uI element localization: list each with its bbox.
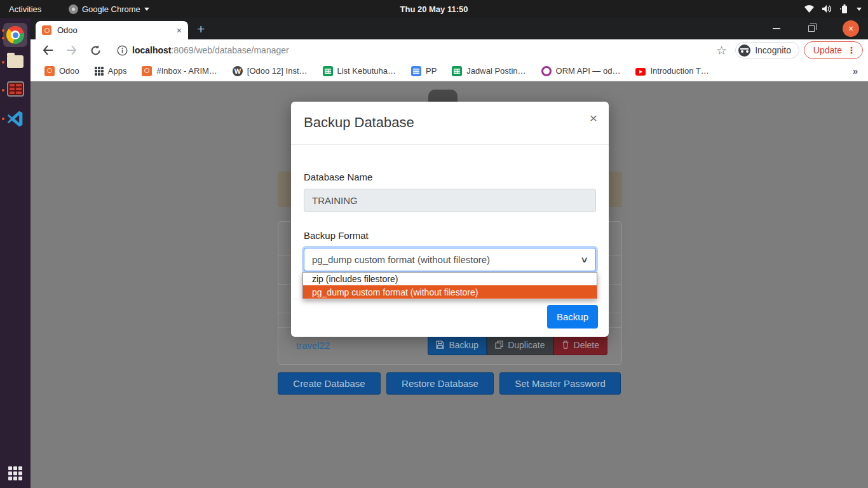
bookmark-pp[interactable]: PP <box>403 66 444 76</box>
youtube-icon <box>635 68 646 76</box>
address-bar[interactable]: localhost:8069/web/database/manager <box>132 39 289 61</box>
trash-icon <box>562 341 569 349</box>
create-database-button[interactable]: Create Database <box>278 372 381 395</box>
bookmarks-bar: Odoo Apps #Inbox - ARIM… W[Odoo 12] Inst… <box>31 61 868 81</box>
bookmarks-overflow-chevron[interactable]: » <box>853 65 868 76</box>
bookmark-odoo12-install[interactable]: W[Odoo 12] Inst… <box>225 66 315 76</box>
restore-button[interactable] <box>808 25 815 32</box>
vscode-icon <box>6 110 24 128</box>
back-button[interactable] <box>42 39 53 61</box>
bookmark-orm-api[interactable]: ORM API — od… <box>534 66 628 76</box>
google-sheets-icon <box>452 66 462 76</box>
set-master-password-button[interactable]: Set Master Password <box>499 372 621 395</box>
database-row-actions: Backup Duplicate Delete <box>428 334 607 355</box>
dock-item-vscode[interactable] <box>0 110 31 128</box>
modal-header: Backup Database × <box>291 102 609 145</box>
row-delete-button[interactable]: Delete <box>553 334 607 355</box>
wifi-icon <box>804 4 815 13</box>
bookmark-list-kebutuhan[interactable]: List Kebutuha… <box>315 66 404 76</box>
purple-ring-icon <box>541 66 552 76</box>
backup-database-modal: Backup Database × Database Name Backup F… <box>291 102 609 337</box>
files-folder-icon <box>7 55 24 68</box>
url-host: localhost <box>132 45 171 55</box>
system-top-bar: Activities Google Chrome Thu 20 May 11:5… <box>0 0 868 18</box>
tab-strip: Odoo × + × <box>31 18 868 39</box>
backup-format-label: Backup Format <box>304 230 369 241</box>
dock-item-files[interactable] <box>0 53 31 68</box>
odoo-icon <box>142 66 152 76</box>
system-tray[interactable] <box>804 0 862 18</box>
google-sheets-icon <box>323 66 333 76</box>
backup-submit-button[interactable]: Backup <box>547 305 598 329</box>
show-applications-button[interactable] <box>0 466 31 480</box>
close-icon: × <box>848 24 853 34</box>
google-docs-icon <box>411 66 421 76</box>
activities-button[interactable]: Activities <box>9 0 41 18</box>
dock-item-chrome[interactable] <box>3 23 27 47</box>
running-dot <box>2 89 4 92</box>
selected-format-value: pg_dump custom format (without filestore… <box>312 254 490 265</box>
odoo-icon <box>44 66 55 76</box>
apps-grid-icon <box>8 466 22 480</box>
bookmark-jadwal-posting[interactable]: Jadwal Postin… <box>444 66 533 76</box>
caret-down-icon <box>857 8 862 11</box>
window-controls: × <box>773 18 859 39</box>
tab-odoo[interactable]: Odoo × <box>36 21 188 39</box>
backup-format-select[interactable]: pg_dump custom format (without filestore… <box>304 248 596 271</box>
backup-format-dropdown: zip (includes filestore) pg_dump custom … <box>302 272 597 299</box>
bookmark-apps[interactable]: Apps <box>87 66 135 76</box>
restore-database-button[interactable]: Restore Database <box>386 372 494 395</box>
modal-close-button[interactable]: × <box>590 111 597 126</box>
new-tab-button[interactable]: + <box>197 23 205 36</box>
database-link-travel22[interactable]: travel22 <box>296 340 330 351</box>
incognito-icon <box>738 44 750 57</box>
app-menu[interactable]: Google Chrome <box>69 0 149 18</box>
bookmark-odoo[interactable]: Odoo <box>37 66 87 76</box>
bookmark-star-icon[interactable]: ☆ <box>716 39 727 61</box>
caret-down-icon <box>144 8 149 11</box>
row-duplicate-button[interactable]: Duplicate <box>487 334 553 355</box>
odoo-favicon <box>42 25 51 35</box>
option-zip[interactable]: zip (includes filestore) <box>303 273 597 285</box>
ubuntu-dock <box>0 18 31 488</box>
page-info-icon[interactable] <box>117 39 128 61</box>
apps-grid-icon <box>95 67 104 76</box>
option-pgdump-highlighted[interactable]: pg_dump custom format (without filestore… <box>303 285 597 299</box>
bookmark-introduction[interactable]: Introduction T… <box>628 66 716 76</box>
volume-icon <box>822 4 832 13</box>
minimize-button[interactable] <box>773 28 780 29</box>
row-backup-button[interactable]: Backup <box>428 334 487 355</box>
running-dot <box>2 29 4 32</box>
database-name-label: Database Name <box>304 172 372 182</box>
database-manager-footer-buttons: Create Database Restore Database Set Mas… <box>278 372 659 395</box>
forward-button[interactable] <box>66 39 78 61</box>
odoo-logo-dimmed <box>428 90 458 102</box>
tab-title: Odoo <box>57 25 171 35</box>
incognito-badge[interactable]: Incognito <box>735 42 799 58</box>
floppy-icon <box>436 341 444 349</box>
browser-menu-icon[interactable]: ⋮ <box>847 45 856 55</box>
chrome-icon <box>6 26 24 44</box>
modal-title: Backup Database <box>304 114 414 131</box>
running-dot <box>2 37 4 39</box>
modal-footer: Backup <box>291 299 609 337</box>
red-grid-app-icon <box>7 81 24 97</box>
reload-button[interactable] <box>90 39 101 61</box>
running-dot <box>2 61 4 64</box>
dock-item-red-app[interactable] <box>0 81 31 97</box>
close-window-button[interactable]: × <box>843 20 859 37</box>
chevron-down-icon: ∨ <box>581 255 589 264</box>
tab-close-icon[interactable]: × <box>177 25 182 36</box>
copy-icon <box>495 341 503 349</box>
wordpress-icon: W <box>233 66 243 76</box>
chrome-mini-icon <box>69 4 78 14</box>
battery-icon <box>840 4 849 14</box>
url-path: :8069/web/database/manager <box>171 45 288 55</box>
clock[interactable]: Thu 20 May 11:50 <box>400 0 468 18</box>
database-name-input[interactable] <box>304 189 596 212</box>
update-button[interactable]: Update ⋮ <box>804 41 863 59</box>
browser-toolbar: localhost:8069/web/database/manager ☆ In… <box>31 39 868 61</box>
bookmark-inbox[interactable]: #Inbox - ARIM… <box>134 66 224 76</box>
running-dot <box>2 118 4 120</box>
